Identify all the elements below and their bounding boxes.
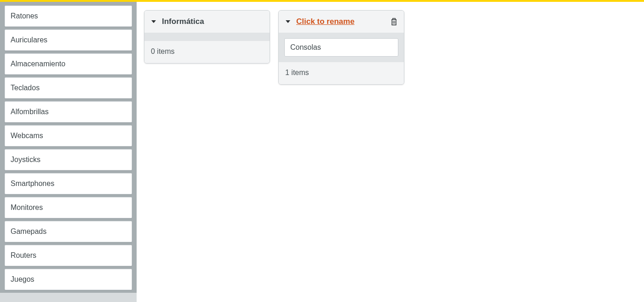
sidebar-item[interactable]: Teclados: [5, 77, 132, 99]
card-header: Informática: [144, 11, 270, 33]
sidebar-item[interactable]: Webcams: [5, 125, 132, 146]
rename-link[interactable]: Click to rename: [296, 17, 385, 26]
content-area: Informática 0 items Click to rename Cons…: [137, 2, 644, 302]
card-item-count: 1 items: [279, 62, 404, 84]
card-item-count: 0 items: [144, 41, 270, 63]
sidebar-item[interactable]: Joysticks: [5, 149, 132, 170]
sidebar: Ratones Auriculares Almacenamiento Tecla…: [0, 2, 137, 302]
main-container: Ratones Auriculares Almacenamiento Tecla…: [0, 2, 644, 302]
sidebar-item[interactable]: Almacenamiento: [5, 53, 132, 75]
sidebar-item[interactable]: Juegos: [5, 269, 132, 290]
category-card: Informática 0 items: [144, 10, 270, 64]
sidebar-item[interactable]: Routers: [5, 245, 132, 266]
category-card: Click to rename Consolas 1 items: [278, 10, 404, 85]
card-title: Informática: [162, 17, 263, 26]
card-item[interactable]: Consolas: [284, 38, 398, 57]
sidebar-item[interactable]: Ratones: [5, 6, 132, 27]
card-dropzone[interactable]: Consolas: [279, 33, 404, 62]
sidebar-item[interactable]: Auriculares: [5, 29, 132, 51]
chevron-down-icon[interactable]: [151, 19, 156, 24]
trash-icon[interactable]: [391, 17, 397, 26]
sidebar-bottom-bar: [0, 293, 137, 302]
sidebar-item[interactable]: Alfombrillas: [5, 101, 132, 122]
card-header: Click to rename: [279, 11, 404, 33]
sidebar-item[interactable]: Gamepads: [5, 221, 132, 242]
card-dropzone[interactable]: [144, 33, 270, 41]
sidebar-item[interactable]: Monitores: [5, 197, 132, 218]
sidebar-item[interactable]: Smartphones: [5, 173, 132, 194]
chevron-down-icon[interactable]: [285, 19, 291, 24]
